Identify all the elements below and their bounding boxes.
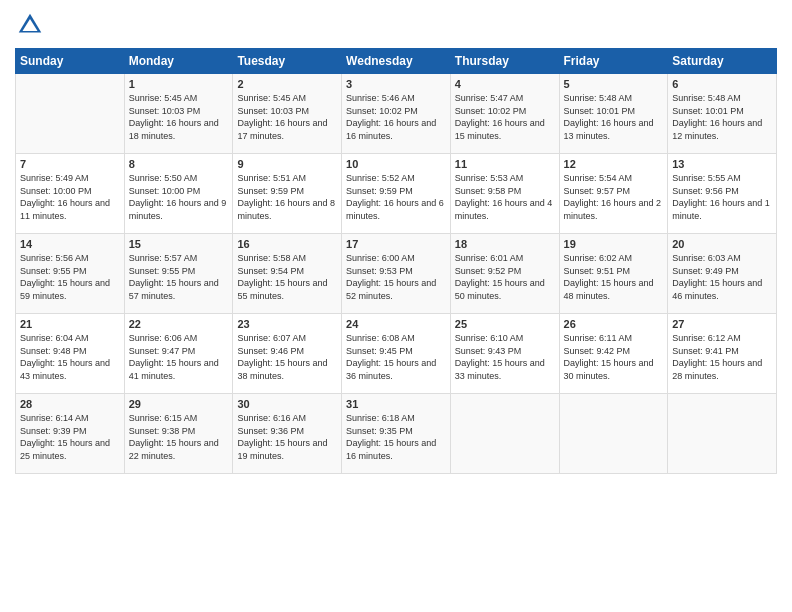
day-number: 15 (129, 238, 229, 250)
day-info: Sunrise: 5:51 AM Sunset: 9:59 PM Dayligh… (237, 172, 337, 222)
day-number: 29 (129, 398, 229, 410)
cell-w1-d7: 6Sunrise: 5:48 AM Sunset: 10:01 PM Dayli… (668, 74, 777, 154)
cell-w5-d7 (668, 394, 777, 474)
cell-w1-d6: 5Sunrise: 5:48 AM Sunset: 10:01 PM Dayli… (559, 74, 668, 154)
day-number: 11 (455, 158, 555, 170)
week-row-4: 21Sunrise: 6:04 AM Sunset: 9:48 PM Dayli… (16, 314, 777, 394)
col-saturday: Saturday (668, 49, 777, 74)
day-info: Sunrise: 5:56 AM Sunset: 9:55 PM Dayligh… (20, 252, 120, 302)
cell-w3-d2: 15Sunrise: 5:57 AM Sunset: 9:55 PM Dayli… (124, 234, 233, 314)
logo-icon (15, 10, 45, 40)
day-info: Sunrise: 6:12 AM Sunset: 9:41 PM Dayligh… (672, 332, 772, 382)
cell-w5-d3: 30Sunrise: 6:16 AM Sunset: 9:36 PM Dayli… (233, 394, 342, 474)
col-tuesday: Tuesday (233, 49, 342, 74)
cell-w1-d1 (16, 74, 125, 154)
cell-w5-d5 (450, 394, 559, 474)
day-info: Sunrise: 6:00 AM Sunset: 9:53 PM Dayligh… (346, 252, 446, 302)
col-wednesday: Wednesday (342, 49, 451, 74)
day-number: 31 (346, 398, 446, 410)
day-info: Sunrise: 6:01 AM Sunset: 9:52 PM Dayligh… (455, 252, 555, 302)
cell-w2-d4: 10Sunrise: 5:52 AM Sunset: 9:59 PM Dayli… (342, 154, 451, 234)
week-row-5: 28Sunrise: 6:14 AM Sunset: 9:39 PM Dayli… (16, 394, 777, 474)
day-number: 1 (129, 78, 229, 90)
day-info: Sunrise: 6:11 AM Sunset: 9:42 PM Dayligh… (564, 332, 664, 382)
calendar-table: Sunday Monday Tuesday Wednesday Thursday… (15, 48, 777, 474)
week-row-2: 7Sunrise: 5:49 AM Sunset: 10:00 PM Dayli… (16, 154, 777, 234)
cell-w3-d7: 20Sunrise: 6:03 AM Sunset: 9:49 PM Dayli… (668, 234, 777, 314)
day-info: Sunrise: 5:45 AM Sunset: 10:03 PM Daylig… (129, 92, 229, 142)
day-number: 16 (237, 238, 337, 250)
cell-w2-d3: 9Sunrise: 5:51 AM Sunset: 9:59 PM Daylig… (233, 154, 342, 234)
day-info: Sunrise: 6:06 AM Sunset: 9:47 PM Dayligh… (129, 332, 229, 382)
day-number: 10 (346, 158, 446, 170)
day-info: Sunrise: 6:10 AM Sunset: 9:43 PM Dayligh… (455, 332, 555, 382)
cell-w4-d5: 25Sunrise: 6:10 AM Sunset: 9:43 PM Dayli… (450, 314, 559, 394)
day-info: Sunrise: 5:48 AM Sunset: 10:01 PM Daylig… (672, 92, 772, 142)
day-number: 14 (20, 238, 120, 250)
main-container: Sunday Monday Tuesday Wednesday Thursday… (0, 0, 792, 484)
day-number: 13 (672, 158, 772, 170)
cell-w4-d2: 22Sunrise: 6:06 AM Sunset: 9:47 PM Dayli… (124, 314, 233, 394)
day-info: Sunrise: 5:50 AM Sunset: 10:00 PM Daylig… (129, 172, 229, 222)
day-info: Sunrise: 6:15 AM Sunset: 9:38 PM Dayligh… (129, 412, 229, 462)
day-number: 7 (20, 158, 120, 170)
cell-w3-d1: 14Sunrise: 5:56 AM Sunset: 9:55 PM Dayli… (16, 234, 125, 314)
calendar-header: Sunday Monday Tuesday Wednesday Thursday… (16, 49, 777, 74)
day-info: Sunrise: 5:57 AM Sunset: 9:55 PM Dayligh… (129, 252, 229, 302)
col-friday: Friday (559, 49, 668, 74)
day-number: 25 (455, 318, 555, 330)
week-row-3: 14Sunrise: 5:56 AM Sunset: 9:55 PM Dayli… (16, 234, 777, 314)
day-number: 24 (346, 318, 446, 330)
cell-w5-d2: 29Sunrise: 6:15 AM Sunset: 9:38 PM Dayli… (124, 394, 233, 474)
cell-w3-d5: 18Sunrise: 6:01 AM Sunset: 9:52 PM Dayli… (450, 234, 559, 314)
day-number: 22 (129, 318, 229, 330)
cell-w2-d6: 12Sunrise: 5:54 AM Sunset: 9:57 PM Dayli… (559, 154, 668, 234)
day-number: 30 (237, 398, 337, 410)
cell-w3-d3: 16Sunrise: 5:58 AM Sunset: 9:54 PM Dayli… (233, 234, 342, 314)
day-number: 3 (346, 78, 446, 90)
day-number: 18 (455, 238, 555, 250)
day-info: Sunrise: 6:04 AM Sunset: 9:48 PM Dayligh… (20, 332, 120, 382)
day-number: 6 (672, 78, 772, 90)
cell-w2-d2: 8Sunrise: 5:50 AM Sunset: 10:00 PM Dayli… (124, 154, 233, 234)
day-number: 2 (237, 78, 337, 90)
cell-w2-d5: 11Sunrise: 5:53 AM Sunset: 9:58 PM Dayli… (450, 154, 559, 234)
day-info: Sunrise: 6:03 AM Sunset: 9:49 PM Dayligh… (672, 252, 772, 302)
day-info: Sunrise: 6:14 AM Sunset: 9:39 PM Dayligh… (20, 412, 120, 462)
col-thursday: Thursday (450, 49, 559, 74)
day-number: 23 (237, 318, 337, 330)
day-number: 20 (672, 238, 772, 250)
day-number: 9 (237, 158, 337, 170)
day-info: Sunrise: 5:46 AM Sunset: 10:02 PM Daylig… (346, 92, 446, 142)
calendar-body: 1Sunrise: 5:45 AM Sunset: 10:03 PM Dayli… (16, 74, 777, 474)
day-number: 12 (564, 158, 664, 170)
day-info: Sunrise: 5:45 AM Sunset: 10:03 PM Daylig… (237, 92, 337, 142)
day-info: Sunrise: 6:18 AM Sunset: 9:35 PM Dayligh… (346, 412, 446, 462)
col-monday: Monday (124, 49, 233, 74)
cell-w2-d7: 13Sunrise: 5:55 AM Sunset: 9:56 PM Dayli… (668, 154, 777, 234)
day-info: Sunrise: 5:47 AM Sunset: 10:02 PM Daylig… (455, 92, 555, 142)
cell-w5-d6 (559, 394, 668, 474)
day-number: 21 (20, 318, 120, 330)
day-info: Sunrise: 5:52 AM Sunset: 9:59 PM Dayligh… (346, 172, 446, 222)
day-number: 17 (346, 238, 446, 250)
day-info: Sunrise: 6:08 AM Sunset: 9:45 PM Dayligh… (346, 332, 446, 382)
cell-w4-d1: 21Sunrise: 6:04 AM Sunset: 9:48 PM Dayli… (16, 314, 125, 394)
week-row-1: 1Sunrise: 5:45 AM Sunset: 10:03 PM Dayli… (16, 74, 777, 154)
day-number: 28 (20, 398, 120, 410)
cell-w5-d4: 31Sunrise: 6:18 AM Sunset: 9:35 PM Dayli… (342, 394, 451, 474)
day-info: Sunrise: 6:07 AM Sunset: 9:46 PM Dayligh… (237, 332, 337, 382)
cell-w4-d7: 27Sunrise: 6:12 AM Sunset: 9:41 PM Dayli… (668, 314, 777, 394)
day-number: 19 (564, 238, 664, 250)
cell-w3-d4: 17Sunrise: 6:00 AM Sunset: 9:53 PM Dayli… (342, 234, 451, 314)
day-number: 26 (564, 318, 664, 330)
day-number: 27 (672, 318, 772, 330)
cell-w2-d1: 7Sunrise: 5:49 AM Sunset: 10:00 PM Dayli… (16, 154, 125, 234)
day-info: Sunrise: 5:55 AM Sunset: 9:56 PM Dayligh… (672, 172, 772, 222)
day-number: 5 (564, 78, 664, 90)
day-info: Sunrise: 5:53 AM Sunset: 9:58 PM Dayligh… (455, 172, 555, 222)
cell-w5-d1: 28Sunrise: 6:14 AM Sunset: 9:39 PM Dayli… (16, 394, 125, 474)
cell-w1-d5: 4Sunrise: 5:47 AM Sunset: 10:02 PM Dayli… (450, 74, 559, 154)
day-number: 8 (129, 158, 229, 170)
day-number: 4 (455, 78, 555, 90)
